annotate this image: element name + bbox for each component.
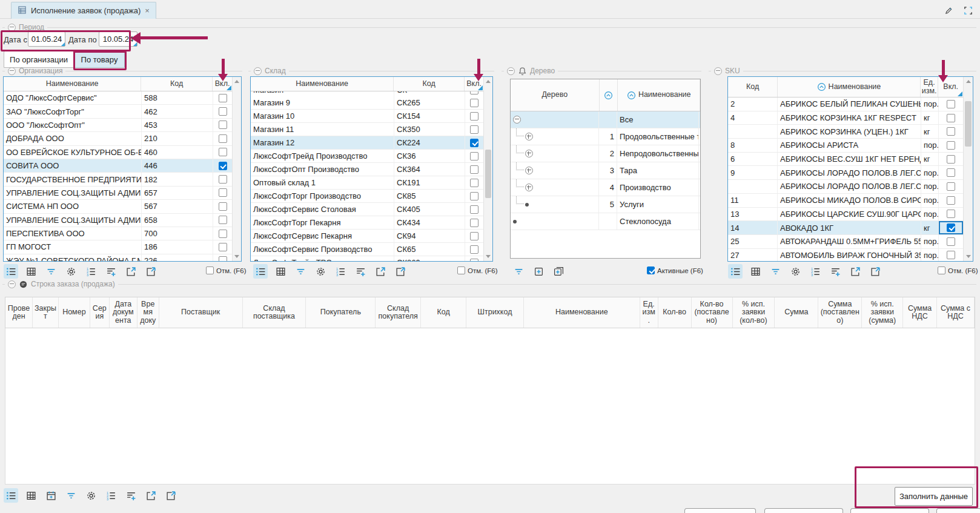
checkbox-unchecked[interactable] [470, 259, 478, 262]
vertical-scrollbar[interactable] [963, 77, 973, 261]
table-row[interactable]: ООО "ЛюксСофтОпт"453 [4, 119, 233, 132]
tree-active-checkbox[interactable]: Активные (F6) [647, 266, 703, 274]
checkbox-unchecked[interactable] [470, 205, 478, 214]
cell-tree-glyph[interactable] [511, 145, 599, 162]
grid-view-icon[interactable] [273, 264, 288, 279]
checkbox-unchecked[interactable] [219, 230, 227, 238]
vertical-scrollbar[interactable] [483, 77, 492, 261]
fullscreen-icon[interactable] [962, 4, 974, 16]
cell-tree-glyph[interactable] [511, 111, 599, 128]
detail-view-icon[interactable] [728, 264, 743, 279]
refresh-icon[interactable] [144, 264, 158, 279]
column-header-name[interactable]: Наименование [251, 77, 394, 91]
checkbox-unchecked[interactable] [470, 192, 478, 200]
table-row[interactable]: ЛюксСофтТрейд ТРССК369 [251, 256, 484, 262]
table-row[interactable]: 14АВОКАДО 1КГкг [728, 221, 964, 235]
table-row[interactable]: 27АВТОМОБИЛЬ ВИРАЖ ГОНОЧНЫЙ 35127пор. [728, 249, 964, 262]
order-column-header[interactable]: Кол-во [658, 297, 692, 328]
cutoff-button[interactable] [850, 508, 929, 513]
order-column-header[interactable]: Номер [59, 297, 90, 328]
sort-column-header[interactable] [600, 79, 618, 111]
checkbox-unchecked[interactable] [947, 210, 955, 218]
checkbox-unchecked[interactable] [470, 152, 478, 161]
table-row[interactable]: Магазин 11СК350 [251, 123, 484, 136]
table-row[interactable]: УПРАВЛЕНИЕ СОЦ.ЗАЩИТЫ АДМИНИСТ658 [4, 214, 233, 227]
table-row[interactable]: ЛюксСофтТрейд ПроизводствоСК36 [251, 150, 484, 163]
column-header-name[interactable]: Наименование [778, 77, 921, 97]
cell-tree-glyph[interactable] [511, 213, 599, 230]
checkbox-unchecked[interactable] [947, 237, 955, 246]
column-header-code[interactable]: Код [141, 77, 213, 91]
settings-icon[interactable] [788, 264, 803, 279]
settings-icon[interactable] [313, 264, 328, 279]
table-row[interactable]: Магазин 10СК154 [251, 110, 484, 123]
cell-tree-glyph[interactable] [511, 128, 599, 145]
add-row-icon[interactable] [353, 264, 368, 279]
tree-row[interactable]: 2Непродовольственные товары [511, 145, 700, 162]
checkbox-unchecked[interactable] [470, 232, 478, 240]
checkbox-unchecked[interactable] [470, 245, 478, 254]
checkbox-unchecked[interactable] [470, 99, 478, 107]
table-row[interactable]: АБРИКОС КОРЗИНКА (УЦЕН.) 1КГкг [728, 125, 964, 139]
table-row[interactable]: 8АБРИКОСЫ АРИСТАпор. [728, 139, 964, 153]
checkbox-unchecked[interactable] [219, 148, 227, 156]
checkbox-unchecked[interactable] [219, 134, 227, 143]
collapse-icon[interactable] [8, 280, 16, 288]
checkbox-unchecked[interactable] [219, 175, 227, 184]
order-column-header[interactable]: Время доку [137, 297, 159, 328]
filter-icon[interactable] [293, 264, 308, 279]
checkbox-checked[interactable] [470, 139, 478, 147]
checkbox-unchecked[interactable] [470, 219, 478, 227]
add-row-icon[interactable] [124, 488, 138, 503]
tree-row[interactable]: 1Продовольственные товары [511, 128, 700, 145]
detail-view-icon[interactable] [4, 264, 18, 279]
numbered-list-icon[interactable]: 123 [104, 488, 118, 503]
filter-icon[interactable] [768, 264, 783, 279]
column-header-unit[interactable]: Ед. изм. [921, 77, 939, 97]
table-row[interactable]: 13АБРИКОСЫ ЦАРСКИЕ СУШ.90Г ЦАРСКИЕпор. [728, 208, 964, 222]
table-row[interactable]: ЛюксСофтСервис ПроизводствоСК65 [251, 243, 484, 256]
detail-view-icon[interactable] [4, 488, 18, 503]
table-row[interactable]: ЗАО "ЛюксСофтТорг"462 [4, 105, 233, 118]
cell-tree-glyph[interactable] [511, 179, 599, 196]
checkbox-unchecked[interactable] [947, 100, 955, 108]
sklad-mark-checkbox[interactable]: Отм. (F6) [457, 266, 498, 274]
numbered-list-icon[interactable]: 123 [808, 264, 823, 279]
table-row[interactable]: 25АВТОКАРАНДАШ 0.5ММ+ГРИФЕЛЬ 55951пор. [728, 235, 964, 249]
grid-view-icon[interactable] [24, 488, 38, 503]
tab-by-organization[interactable]: По организации [4, 51, 74, 68]
table-row[interactable]: МагазинСК [251, 91, 484, 96]
close-icon[interactable]: × [145, 6, 150, 15]
table-row[interactable]: ЛюксСофтСервис ПекарняСК94 [251, 230, 484, 243]
order-column-header[interactable]: Серия [90, 297, 110, 328]
order-column-header[interactable]: Покупатель [306, 297, 376, 328]
vertical-scrollbar[interactable] [232, 77, 241, 261]
checkbox-unchecked[interactable] [947, 155, 955, 164]
table-row[interactable]: ЛюксСофтСервис СтоловаяСК405 [251, 203, 484, 216]
fill-data-button[interactable]: Заполнить данные [895, 487, 973, 506]
checkbox-unchecked[interactable] [219, 107, 227, 116]
column-header-name[interactable]: Наименование [618, 79, 700, 111]
order-column-header[interactable]: Наименование [524, 297, 640, 328]
checkbox-unchecked[interactable] [470, 179, 478, 187]
order-column-header[interactable]: Закрыт [33, 297, 59, 328]
collapse-icon[interactable] [714, 67, 722, 75]
refresh-icon[interactable] [393, 264, 408, 279]
open-window-icon[interactable] [848, 264, 862, 279]
checkbox-unchecked[interactable] [947, 196, 955, 205]
collapse-icon[interactable] [254, 67, 262, 75]
checkbox-unchecked[interactable] [219, 202, 227, 211]
open-window-icon[interactable] [373, 264, 388, 279]
checkbox-unchecked[interactable] [470, 125, 478, 134]
order-column-header[interactable]: Кол-во (поставлено) [692, 297, 733, 328]
table-row[interactable]: ЛюксСофтОпт ПроизводствоСК364 [251, 163, 484, 176]
open-window-icon[interactable] [124, 264, 138, 279]
checkbox-unchecked[interactable] [947, 168, 955, 177]
order-column-header[interactable]: % исп. заявки (сумма) [862, 297, 903, 328]
checkbox-unchecked[interactable] [219, 188, 227, 197]
document-tab[interactable]: Исполнение заявок (продажа) × [11, 2, 156, 19]
order-column-header[interactable]: Код [421, 297, 466, 328]
table-row[interactable]: Оптовый склад 1СК191 [251, 176, 484, 190]
table-row[interactable]: ПЕРСПЕКТИВА ООО700 [4, 227, 233, 240]
expand-all-icon[interactable] [551, 264, 566, 279]
